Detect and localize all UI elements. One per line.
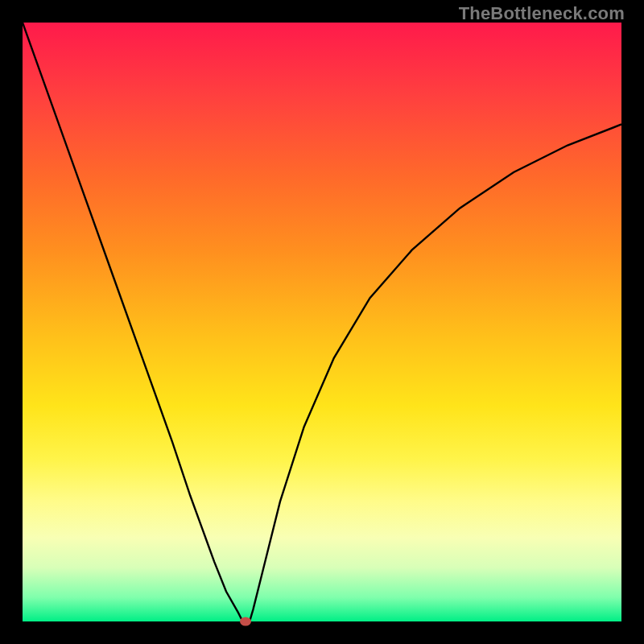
optimum-marker bbox=[240, 617, 251, 626]
watermark-text: TheBottleneck.com bbox=[459, 3, 625, 24]
chart-container: TheBottleneck.com bbox=[0, 0, 644, 644]
curve-plot bbox=[23, 23, 621, 621]
bottleneck-curve bbox=[23, 23, 621, 621]
